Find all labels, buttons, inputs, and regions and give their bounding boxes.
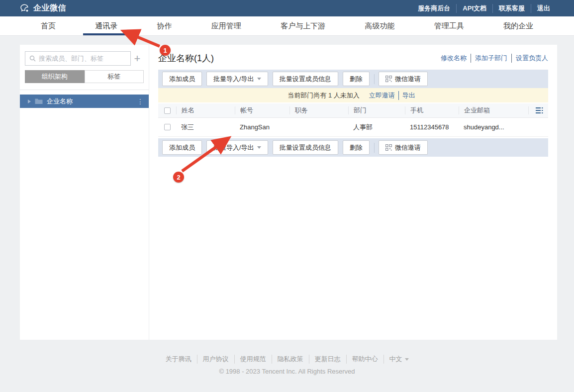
qr-code-icon	[385, 144, 392, 151]
members-main-panel: 企业名称(1人) 修改名称 添加子部门 设置负责人 添加成员 批量导入/导出 批…	[149, 45, 557, 340]
delete-button[interactable]: 删除	[343, 72, 370, 86]
caret-down-icon	[257, 78, 261, 80]
toolbar-top: 添加成员 批量导入/导出 批量设置成员信息 删除	[158, 70, 548, 88]
export-link[interactable]: 导出	[398, 91, 419, 100]
header-job-title: 职务	[289, 106, 348, 114]
nav-item-admin-tools[interactable]: 管理工具	[422, 16, 476, 35]
topbar-link-provider-console[interactable]: 服务商后台	[412, 4, 456, 13]
invite-now-link[interactable]: 立即邀请	[366, 91, 398, 100]
nav-list: 首页 通讯录 协作 应用管理 客户与上下游 高级功能 管理工具 我的企业	[29, 16, 545, 35]
caret-down-icon	[405, 358, 409, 361]
wechat-invite-button[interactable]: 微信邀请	[379, 72, 428, 86]
brand-name: 企业微信	[33, 3, 66, 13]
cell-email: shudeyangd...	[459, 123, 528, 131]
select-all-cell	[158, 107, 176, 114]
nav-item-my-company[interactable]: 我的企业	[491, 16, 545, 35]
tab-labels[interactable]: 标签	[85, 70, 144, 83]
footer-links: 关于腾讯 用户协议 使用规范 隐私政策 更新日志 帮助中心 中文	[160, 355, 414, 364]
footer-language-selector[interactable]: 中文	[383, 355, 414, 364]
toolbar-separator	[374, 74, 375, 84]
header-name: 姓名	[176, 106, 235, 114]
topbar-link-contact-support[interactable]: 联系客服	[492, 4, 531, 13]
sidebar-search-row: +	[25, 51, 144, 66]
more-options-icon[interactable]: ⋮	[137, 99, 144, 104]
footer-language-label: 中文	[389, 355, 402, 364]
page-footer: 关于腾讯 用户协议 使用规范 隐私政策 更新日志 帮助中心 中文 © 1998 …	[0, 354, 574, 375]
wechat-invite-label-bottom: 微信邀请	[395, 143, 421, 152]
footer-link-help-center[interactable]: 帮助中心	[346, 355, 383, 364]
topbar-link-logout[interactable]: 退出	[531, 4, 556, 13]
topbar-links: 服务商后台 API文档 联系客服 退出	[412, 4, 556, 13]
nav-item-home[interactable]: 首页	[29, 16, 68, 35]
header-mobile: 手机	[405, 106, 459, 114]
org-tree-item-company[interactable]: 企业名称 ⋮	[20, 95, 149, 108]
table-row[interactable]: 张三 ZhangSan 人事部 15112345678 shudeyangd..…	[158, 118, 548, 137]
search-icon	[29, 55, 36, 62]
org-tree-item-label: 企业名称	[47, 97, 73, 106]
cell-account: ZhangSan	[235, 123, 289, 131]
wechat-work-logo-icon	[20, 3, 30, 13]
nav-item-collaboration[interactable]: 协作	[145, 16, 184, 35]
expand-caret-icon[interactable]	[28, 99, 31, 103]
wechat-invite-button-bottom[interactable]: 微信邀请	[379, 140, 428, 155]
row-select-cell	[158, 124, 176, 130]
sidebar-tabs: 组织架构 标签	[25, 70, 144, 83]
copyright-text: © 1998 - 2023 Tencent Inc. All Rights Re…	[0, 368, 574, 375]
cell-department: 人事部	[348, 123, 405, 132]
add-subdepartment-link[interactable]: 添加子部门	[471, 54, 511, 63]
topbar: 企业微信 服务商后台 API文档 联系客服 退出	[0, 0, 574, 16]
nav-item-advanced-features[interactable]: 高级功能	[353, 16, 406, 35]
content-card: + 组织架构 标签 企业名称 ⋮ 企业名称(1人)	[20, 45, 557, 340]
column-settings-icon[interactable]	[536, 107, 544, 114]
contacts-sidebar: + 组织架构 标签 企业名称 ⋮	[20, 45, 149, 340]
department-action-links: 修改名称 添加子部门 设置负责人	[437, 54, 548, 63]
folder-icon	[35, 98, 43, 104]
toolbar-bottom: 添加成员 批量导入/导出 批量设置成员信息 删除	[158, 138, 548, 157]
header-account: 帐号	[235, 106, 289, 114]
delete-button-bottom[interactable]: 删除	[343, 140, 370, 155]
qr-code-icon	[385, 76, 392, 82]
wechat-work-admin-page: 企业微信 服务商后台 API文档 联系客服 退出 首页 通讯录 协作 应用管理 …	[0, 0, 574, 392]
set-manager-link[interactable]: 设置负责人	[511, 54, 548, 63]
header-email: 企业邮箱	[459, 106, 528, 114]
nav-item-customers[interactable]: 客户与上下游	[269, 16, 337, 35]
search-input[interactable]	[39, 55, 126, 62]
batch-import-export-button[interactable]: 批量导入/导出	[206, 72, 268, 86]
toolbar-separator	[374, 143, 375, 153]
brand-logo[interactable]: 企业微信	[20, 3, 66, 13]
notice-text: 当前部门尚有 1 人未加入	[287, 91, 359, 100]
topbar-link-api-docs[interactable]: API文档	[456, 4, 492, 13]
add-department-button[interactable]: +	[131, 52, 144, 65]
column-settings-cell	[528, 106, 548, 114]
header-department: 部门	[348, 106, 405, 114]
footer-link-user-agreement[interactable]: 用户协议	[197, 355, 234, 364]
select-all-checkbox[interactable]	[164, 107, 171, 114]
table-header-row: 姓名 帐号 职务 部门 手机 企业邮箱	[158, 103, 548, 118]
search-box	[25, 51, 131, 66]
batch-import-export-label: 批量导入/导出	[213, 75, 254, 84]
caret-down-icon	[257, 146, 261, 149]
add-member-button[interactable]: 添加成员	[162, 72, 202, 86]
members-table: 姓名 帐号 职务 部门 手机 企业邮箱	[158, 103, 548, 137]
batch-import-export-label-bottom: 批量导入/导出	[213, 143, 254, 152]
batch-import-export-button-bottom[interactable]: 批量导入/导出	[206, 140, 268, 155]
add-member-button-bottom[interactable]: 添加成员	[162, 140, 202, 155]
footer-link-privacy-policy[interactable]: 隐私政策	[272, 355, 309, 364]
nav-item-app-management[interactable]: 应用管理	[199, 16, 253, 35]
main-nav: 首页 通讯录 协作 应用管理 客户与上下游 高级功能 管理工具 我的企业	[0, 16, 574, 36]
wechat-invite-label: 微信邀请	[395, 75, 421, 84]
batch-set-info-button[interactable]: 批量设置成员信息	[273, 72, 338, 86]
page-title: 企业名称(1人)	[158, 52, 214, 64]
title-row: 企业名称(1人) 修改名称 添加子部门 设置负责人	[158, 52, 548, 65]
row-checkbox[interactable]	[164, 124, 171, 130]
cell-mobile: 15112345678	[405, 123, 459, 131]
cell-name: 张三	[176, 123, 235, 132]
batch-set-info-button-bottom[interactable]: 批量设置成员信息	[273, 140, 338, 155]
footer-link-changelog[interactable]: 更新日志	[309, 355, 346, 364]
tab-org-structure[interactable]: 组织架构	[25, 70, 85, 83]
sidebar-divider	[20, 90, 149, 90]
footer-link-usage-rules[interactable]: 使用规范	[234, 355, 272, 364]
rename-link[interactable]: 修改名称	[437, 54, 471, 63]
nav-item-contacts[interactable]: 通讯录	[83, 16, 129, 35]
footer-link-about-tencent[interactable]: 关于腾讯	[160, 355, 197, 364]
